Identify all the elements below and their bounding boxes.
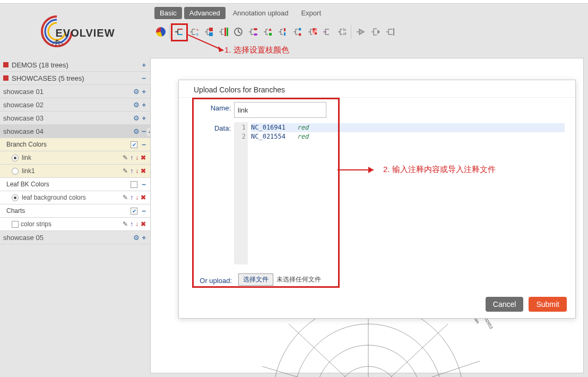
tree-label: showcase 04 — [3, 127, 44, 135]
edit-icon[interactable]: ✎ — [123, 154, 128, 161]
gear-icon[interactable]: ⚙ — [133, 234, 140, 242]
timeline-icon[interactable] — [231, 25, 245, 39]
svg-rect-40 — [269, 33, 272, 36]
collapse-icon[interactable]: – — [142, 140, 146, 149]
leaf-bg-colors[interactable]: leaf background colors ✎↑↓✖ — [0, 191, 150, 204]
delete-icon[interactable]: ✖ — [141, 194, 146, 201]
svg-rect-46 — [284, 32, 286, 36]
edit-icon[interactable]: ✎ — [123, 194, 128, 201]
editor-code[interactable]: NC_016941 red NC_021554 red — [248, 122, 565, 264]
category-demos[interactable]: DEMOS (18 trees) + — [0, 58, 150, 72]
checkbox-icon[interactable] — [131, 208, 137, 215]
tree-label: showcase 05 — [3, 234, 44, 242]
tree-item-showcase02[interactable]: showcase 02 ⚙+ — [0, 98, 150, 112]
color-strips-icon[interactable] — [217, 25, 230, 39]
subnode-leaf-bk[interactable]: Leaf BK Colors – — [0, 178, 150, 191]
edit-icon[interactable]: ✎ — [123, 220, 128, 228]
expand-icon[interactable]: + — [142, 234, 146, 242]
delete-icon[interactable]: ✖ — [141, 167, 146, 175]
subnode-charts[interactable]: Charts – — [0, 204, 150, 218]
down-icon[interactable]: ↓ — [135, 167, 139, 175]
protein-domain-icon[interactable] — [246, 25, 260, 39]
submit-button[interactable]: Submit — [529, 297, 567, 312]
leaf-link1[interactable]: link1 ✎↑↓✖ — [0, 165, 150, 178]
tab-advanced[interactable]: Advanced — [184, 7, 226, 19]
svg-point-67 — [324, 31, 326, 33]
svg-marker-39 — [269, 28, 272, 31]
down-icon[interactable]: ↓ — [135, 220, 139, 228]
svg-rect-20 — [224, 28, 226, 36]
up-icon[interactable]: ↑ — [130, 154, 133, 161]
expand-icon[interactable]: + — [142, 61, 146, 69]
category-label: DEMOS (18 trees) — [12, 61, 68, 69]
choose-file-button[interactable]: 选择文件 — [238, 273, 273, 286]
svg-rect-72 — [343, 28, 344, 31]
delete-icon[interactable]: ✖ — [141, 220, 146, 228]
collapse-icon[interactable]: – — [142, 74, 146, 82]
down-icon[interactable]: ↓ — [135, 154, 139, 161]
category-showcases[interactable]: SHOWCASES (5 trees) – — [0, 72, 150, 85]
tree-canvas[interactable]: NC 020588 NC 020568 NC 020538 NC 020536 … — [150, 58, 584, 373]
reroot-icon[interactable] — [368, 25, 382, 39]
group-label-icon[interactable] — [276, 25, 290, 39]
svg-rect-15 — [209, 32, 213, 36]
gear-icon[interactable]: ⚙ — [133, 114, 140, 122]
up-icon[interactable]: ↑ — [130, 220, 133, 228]
annotation-text-1: 1. 选择设置枝颜色 — [224, 45, 289, 55]
expand-icon[interactable]: + — [142, 101, 146, 109]
bootstrap-icon[interactable] — [321, 25, 334, 39]
svg-rect-58 — [315, 32, 317, 35]
tree-label: showcase 01 — [3, 88, 44, 96]
svg-marker-82 — [378, 30, 379, 33]
branch-color-icon[interactable] — [172, 25, 186, 39]
name-input[interactable] — [234, 102, 326, 118]
horizontal-icon[interactable] — [383, 25, 397, 39]
cancel-button[interactable]: Cancel — [486, 297, 524, 312]
heatmap-icon[interactable] — [306, 25, 319, 39]
radio-icon[interactable] — [12, 194, 19, 201]
svg-line-98 — [368, 361, 480, 377]
collapse-icon[interactable] — [353, 25, 367, 39]
down-icon[interactable]: ↓ — [135, 194, 139, 201]
radio-icon[interactable] — [12, 168, 19, 175]
tab-annotation-upload[interactable]: Annotation upload — [228, 7, 294, 19]
pie-chart-icon[interactable] — [154, 25, 170, 39]
column-plot-icon[interactable] — [335, 25, 351, 39]
svg-rect-33 — [254, 28, 257, 30]
svg-line-97 — [262, 366, 368, 377]
leaf-color-icon[interactable]: AB — [187, 25, 201, 39]
leaf-bg-icon[interactable] — [202, 25, 215, 39]
checkbox-icon[interactable] — [131, 141, 137, 148]
collapse-icon[interactable]: – — [142, 207, 146, 215]
leaf-color-strips[interactable]: color strips ✎↑↓✖ — [0, 218, 150, 231]
tree-label: showcase 02 — [3, 101, 44, 109]
expand-icon[interactable]: + — [142, 114, 146, 122]
svg-rect-45 — [284, 28, 286, 31]
tree-item-showcase01[interactable]: showcase 01 ⚙+ — [0, 85, 150, 98]
svg-rect-56 — [315, 30, 317, 32]
subnode-label: Branch Colors — [6, 141, 47, 148]
tab-basic[interactable]: Basic — [154, 7, 182, 19]
dot-plot-icon[interactable] — [291, 25, 305, 39]
tree-item-showcase03[interactable]: showcase 03 ⚙+ — [0, 112, 150, 125]
gear-icon[interactable]: ⚙ — [133, 101, 140, 109]
tab-export[interactable]: Export — [296, 7, 326, 19]
checkbox-icon[interactable] — [131, 181, 137, 188]
tree-item-showcase05[interactable]: showcase 05 ⚙+ — [0, 231, 150, 244]
delete-icon[interactable]: ✖ — [141, 154, 146, 161]
leaf-link[interactable]: link ✎↑↓✖ — [0, 151, 150, 165]
checkbox-icon[interactable] — [12, 221, 19, 228]
collapse-icon[interactable]: – — [142, 180, 146, 188]
collapse-icon[interactable]: – — [142, 127, 146, 135]
up-icon[interactable]: ↑ — [130, 167, 133, 175]
gear-icon[interactable]: ⚙ — [133, 88, 140, 96]
subnode-branch-colors[interactable]: Branch Colors – — [0, 138, 150, 151]
radio-icon[interactable] — [12, 155, 19, 161]
data-editor[interactable]: 1 2 NC_016941 red NC_021554 red — [234, 122, 565, 264]
expand-icon[interactable]: + — [142, 88, 146, 96]
gear-icon[interactable]: ⚙ — [133, 127, 140, 135]
edit-icon[interactable]: ✎ — [123, 167, 128, 175]
up-icon[interactable]: ↑ — [130, 194, 133, 201]
tree-item-showcase04[interactable]: showcase 04 ⚙– — [0, 125, 150, 138]
leaf-decoration-icon[interactable] — [261, 25, 275, 39]
